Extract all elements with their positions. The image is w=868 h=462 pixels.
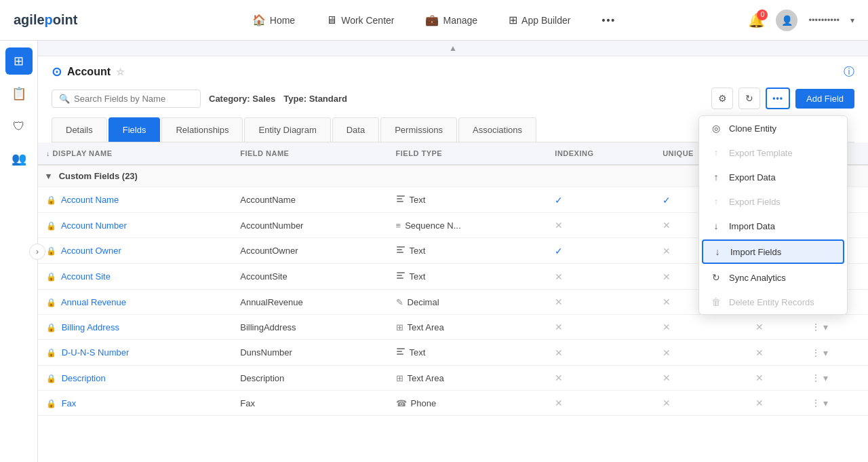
dropdown-import-data[interactable]: ↓ Import Data (699, 214, 847, 238)
field-display-name[interactable]: Annual Revenue (61, 297, 126, 307)
field-display-name[interactable]: Billing Address (62, 322, 119, 332)
type-icon (396, 194, 406, 206)
col-indexing: INDEXING (547, 142, 654, 165)
field-type-cell: Text (388, 340, 547, 366)
row-actions-cell: ⋮ ▾ (803, 340, 868, 366)
field-display-name[interactable]: Account Site (61, 271, 111, 282)
users-icon: 👥 (12, 151, 26, 166)
dropdown-delete-records: 🗑 Delete Entity Records (699, 290, 847, 314)
row-more-button[interactable]: ⋮ (811, 398, 821, 408)
settings-button[interactable]: ⚙ (711, 88, 733, 109)
row-more-button[interactable]: ⋮ (811, 347, 821, 358)
field-type: Text Area (408, 373, 444, 383)
svg-rect-8 (397, 277, 403, 279)
field-name-cell: AccountOwner (232, 238, 387, 264)
field-display-name[interactable]: D-U-N-S Number (62, 347, 130, 358)
field-type: Text (410, 195, 426, 205)
ma-cell: ✕ (747, 315, 803, 340)
row-more-button[interactable]: ⋮ (811, 372, 821, 383)
search-input[interactable] (74, 94, 193, 104)
nav-home[interactable]: 🏠 Home (247, 11, 300, 29)
nav-appbuilder-label: App Builder (521, 15, 570, 26)
sidebar-item-shield[interactable]: 🛡 (5, 113, 33, 140)
more-options-button[interactable]: ••• (766, 88, 790, 109)
doc-icon: 📋 (12, 86, 26, 101)
dropdown-delete-label: Delete Entity Records (729, 297, 814, 307)
field-name-cell: DunsNumber (232, 340, 387, 366)
svg-rect-6 (397, 272, 405, 273)
field-display-name[interactable]: Account Number (61, 220, 127, 231)
tab-entity-diagram[interactable]: Entity Diagram (244, 117, 330, 142)
check-icon: ✓ (555, 195, 563, 206)
field-display-name[interactable]: Account Name (61, 195, 119, 205)
tab-fields[interactable]: Fields (108, 117, 161, 142)
field-type: Text Area (408, 322, 444, 332)
dropdown-export-data[interactable]: ↑ Export Data (699, 165, 847, 189)
page-title: Account (67, 66, 111, 78)
tab-associations[interactable]: Associations (458, 117, 536, 142)
tab-relationships[interactable]: Relationships (161, 117, 243, 142)
logo: agilepoint (14, 12, 77, 28)
favorite-star-icon[interactable]: ☆ (116, 66, 125, 77)
nav-workcenter[interactable]: 🖥 Work Center (321, 12, 399, 29)
dropdown-sync-analytics[interactable]: ↻ Sync Analytics (699, 265, 847, 290)
nav-more[interactable]: ••• (596, 12, 621, 28)
blocks-icon: ⊞ (509, 14, 517, 26)
dropdown-export-fields-label: Export Fields (729, 197, 781, 207)
nav-center: 🏠 Home 🖥 Work Center 💼 Manage ⊞ App Buil… (247, 11, 621, 29)
dropdown-clone-entity[interactable]: ◎ Clone Entity (699, 116, 847, 140)
row-expand-button[interactable]: ▾ (823, 322, 828, 332)
lock-icon: 🔒 (46, 221, 56, 231)
indexing-cell: ✓ (547, 238, 654, 264)
dropdown-export-template-label: Export Template (729, 148, 793, 158)
unique-cell: ✕ (654, 366, 747, 391)
field-display-name[interactable]: Account Owner (61, 246, 121, 256)
x-icon: ✕ (663, 322, 671, 332)
col-field-type: FIELD TYPE (388, 142, 547, 165)
lock-icon: 🔒 (46, 272, 56, 282)
indexing-cell: ✕ (547, 315, 654, 340)
info-icon[interactable]: ⓘ (844, 65, 854, 79)
row-more-button[interactable]: ⋮ (811, 322, 821, 332)
sort-icon[interactable]: ↓ (46, 149, 50, 157)
indexing-cell: ✕ (547, 366, 654, 391)
more-options-icon: ••• (772, 94, 783, 103)
type-value: Standard (309, 94, 347, 104)
nav-appbuilder[interactable]: ⊞ App Builder (503, 11, 576, 29)
x-icon: ✕ (755, 347, 764, 358)
row-expand-button[interactable]: ▾ (823, 398, 828, 408)
row-expand-button[interactable]: ▾ (823, 347, 828, 358)
row-actions-cell: ⋮ ▾ (803, 391, 868, 416)
nav-manage[interactable]: 💼 Manage (420, 11, 483, 29)
search-box[interactable]: 🔍 (52, 90, 201, 108)
col-display-name: ↓ DISPLAY NAME (38, 142, 232, 165)
sidebar-item-grid[interactable]: ⊞ (5, 47, 33, 75)
search-icon: 🔍 (59, 94, 70, 104)
x-icon: ✕ (555, 271, 563, 282)
user-chevron-icon[interactable]: ▾ (850, 16, 854, 25)
user-avatar[interactable]: 👤 (776, 9, 797, 31)
field-type-cell: Text (388, 264, 547, 290)
notification-button[interactable]: 🔔 0 (748, 12, 765, 28)
home-icon: 🏠 (252, 14, 266, 26)
user-name[interactable]: •••••••••• (808, 15, 840, 25)
group-collapse-icon[interactable]: ▾ (46, 171, 51, 181)
back-button[interactable]: ⊙ (52, 64, 62, 79)
field-display-name[interactable]: Fax (62, 398, 77, 408)
tab-details[interactable]: Details (52, 117, 107, 142)
sidebar-item-doc[interactable]: 📋 (5, 80, 33, 107)
export-fields-icon: ↑ (710, 196, 722, 207)
field-display-name[interactable]: Description (62, 373, 106, 383)
dropdown-import-fields[interactable]: ↓ Import Fields (702, 239, 844, 264)
row-expand-button[interactable]: ▾ (823, 372, 828, 383)
lock-icon: 🔒 (46, 374, 56, 383)
bag-icon: 💼 (425, 14, 439, 26)
tab-data[interactable]: Data (332, 117, 379, 142)
sidebar-expand-button[interactable]: › (29, 244, 45, 260)
nav-home-label: Home (270, 15, 295, 26)
sidebar-item-users[interactable]: 👥 (5, 145, 33, 172)
refresh-button[interactable]: ↻ (738, 88, 760, 109)
collapse-bar[interactable]: ▲ (38, 41, 868, 56)
tab-permissions[interactable]: Permissions (380, 117, 457, 142)
add-field-button[interactable]: Add Field (795, 89, 854, 109)
